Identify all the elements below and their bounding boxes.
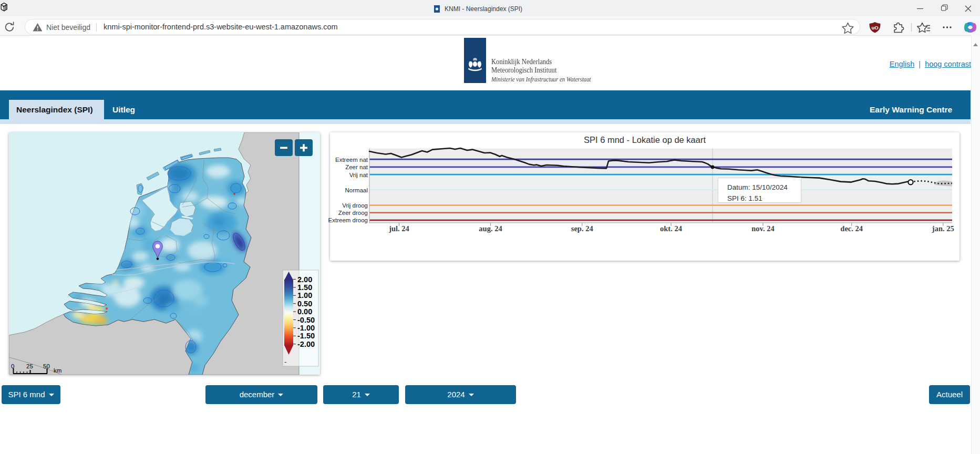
- svg-text:km: km: [54, 367, 61, 374]
- svg-text:nov. 24: nov. 24: [751, 224, 775, 233]
- svg-text:okt. 24: okt. 24: [660, 224, 682, 233]
- svg-text:-: -: [284, 358, 286, 366]
- svg-text:50: 50: [43, 363, 50, 369]
- svg-text:-2.00: -2.00: [297, 340, 315, 348]
- svg-text:0: 0: [11, 363, 14, 369]
- svg-text:1.00: 1.00: [297, 291, 312, 300]
- svg-text:Normaal: Normaal: [345, 187, 368, 193]
- svg-text:-0.50: -0.50: [297, 316, 315, 324]
- svg-text:sep. 24: sep. 24: [571, 224, 593, 233]
- svg-text:dec. 24: dec. 24: [840, 224, 863, 233]
- svg-text:jan. 25: jan. 25: [932, 224, 954, 233]
- svg-text:-1.00: -1.00: [297, 324, 315, 332]
- svg-text:jul. 24: jul. 24: [388, 224, 409, 233]
- svg-text:Extreem nat: Extreem nat: [335, 157, 368, 163]
- svg-text:2.00: 2.00: [297, 275, 312, 284]
- svg-text:25: 25: [26, 363, 33, 369]
- svg-text:0.50: 0.50: [297, 300, 312, 308]
- svg-text:Zeer droog: Zeer droog: [338, 210, 368, 216]
- svg-text:Zeer nat: Zeer nat: [345, 164, 368, 170]
- svg-text:-1.50: -1.50: [297, 332, 315, 340]
- svg-text:1.50: 1.50: [297, 283, 312, 292]
- svg-text:0.00: 0.00: [297, 307, 312, 316]
- svg-text:aug. 24: aug. 24: [479, 224, 502, 233]
- svg-text:Vrij nat: Vrij nat: [349, 172, 368, 178]
- svg-text:SPI 6 mnd - Lokatie op de kaar: SPI 6 mnd - Lokatie op de kaart: [584, 135, 706, 145]
- svg-text:Extreem droog: Extreem droog: [328, 217, 368, 223]
- svg-text:uO: uO: [871, 25, 878, 30]
- svg-text:Vrij droog: Vrij droog: [342, 202, 368, 209]
